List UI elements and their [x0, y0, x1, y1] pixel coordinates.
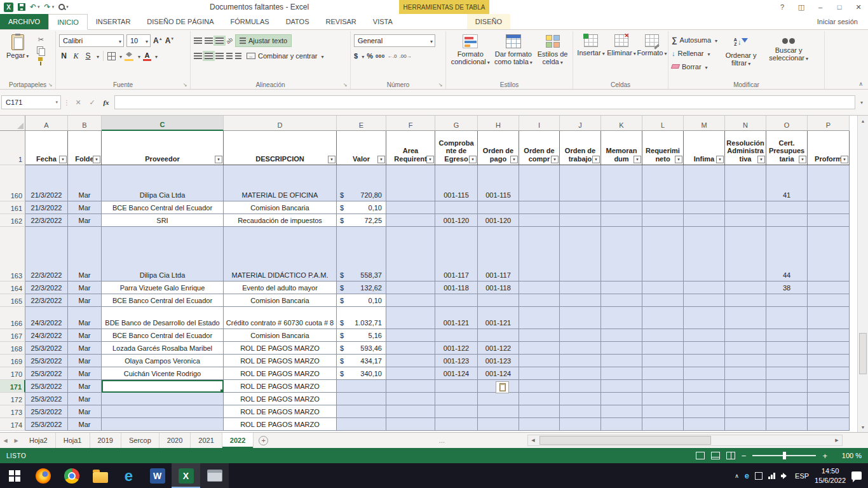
insert-cells-button[interactable]: Insertar [576, 33, 606, 79]
cell-F162[interactable] [386, 214, 435, 227]
alignment-dialog-launcher[interactable]: ↘ [342, 81, 348, 88]
merge-center-button[interactable]: ↔ Combinar y centrar [244, 50, 327, 62]
cell-J162[interactable] [560, 214, 601, 227]
cell-N168[interactable] [725, 342, 766, 355]
sheet-nav-left-icon[interactable]: ◀ [0, 438, 11, 444]
cell-L167[interactable] [642, 329, 684, 342]
cell-P166[interactable] [808, 307, 850, 329]
cell-B172[interactable]: Mar [68, 393, 102, 405]
cell-J172[interactable] [560, 393, 601, 405]
filter-icon[interactable]: ▼ [841, 156, 848, 163]
find-dropdown-icon[interactable] [804, 54, 808, 62]
cell-G164[interactable]: 001-118 [435, 281, 478, 294]
column-header-E[interactable]: E [337, 116, 386, 131]
cell-F161[interactable] [386, 201, 435, 214]
new-sheet-button[interactable]: + [259, 436, 268, 445]
cell-I163[interactable] [519, 227, 560, 281]
increase-indent-icon[interactable] [235, 53, 241, 59]
row-header-164[interactable]: 164 [0, 281, 25, 294]
minimize-button[interactable]: – [811, 0, 830, 14]
cell-E163[interactable]: $558,37 [337, 227, 386, 281]
vertical-scroll-thumb[interactable] [859, 333, 867, 374]
cell-L166[interactable] [642, 307, 684, 329]
cell-K167[interactable] [601, 329, 642, 342]
cell-J171[interactable] [560, 380, 601, 393]
cell-M163[interactable] [684, 227, 725, 281]
cell-B167[interactable]: Mar [68, 329, 102, 342]
percent-style-icon[interactable]: % [367, 52, 373, 60]
cell-N170[interactable] [725, 367, 766, 380]
cell-C165[interactable]: BCE Banco Central del Ecuador [102, 294, 224, 307]
tab-datos[interactable]: DATOS [278, 14, 318, 29]
column-header-J[interactable]: J [560, 116, 601, 131]
cell-C173[interactable] [102, 405, 224, 418]
sheet-tab-2021[interactable]: 2021 [191, 433, 222, 448]
cell-H174[interactable] [478, 418, 519, 431]
cell-I169[interactable] [519, 355, 560, 367]
clear-dropdown-icon[interactable] [704, 63, 708, 71]
cell-K169[interactable] [601, 355, 642, 367]
cell-H169[interactable]: 001-123 [478, 355, 519, 367]
cell-M170[interactable] [684, 367, 725, 380]
cell-E164[interactable]: $132,62 [337, 281, 386, 294]
row-header-174[interactable]: 174 [0, 418, 25, 431]
redo-dropdown-icon[interactable]: ▾ [52, 4, 55, 10]
row-header-173[interactable]: 173 [0, 405, 25, 418]
network-icon[interactable] [768, 472, 775, 479]
cell-L172[interactable] [642, 393, 684, 405]
header-cell-M[interactable]: Infima▼ [684, 131, 725, 165]
cell-A160[interactable]: 21/3/2022 [25, 165, 68, 201]
cell-F160[interactable] [386, 165, 435, 201]
cell-M160[interactable] [684, 165, 725, 201]
cell-H165[interactable] [478, 294, 519, 307]
cell-L171[interactable] [642, 380, 684, 393]
cell-C171[interactable] [102, 380, 224, 393]
fill-button[interactable]: ↓Rellenar [672, 47, 717, 59]
autosum-button[interactable]: ∑Autosuma [672, 34, 717, 46]
cell-J160[interactable] [560, 165, 601, 201]
cell-G163[interactable]: 001-117 [435, 227, 478, 281]
cell-E166[interactable]: $1.032,71 [337, 307, 386, 329]
taskbar-word[interactable]: W [143, 463, 172, 488]
borders-icon[interactable] [107, 52, 116, 60]
cell-O167[interactable] [766, 329, 808, 342]
cell-E167[interactable]: $5,16 [337, 329, 386, 342]
sign-in-link[interactable]: Iniciar sesión [817, 14, 868, 29]
cell-D167[interactable]: Comision Bancaria [224, 329, 337, 342]
cell-H168[interactable]: 001-122 [478, 342, 519, 355]
paste-dropdown-icon[interactable] [25, 51, 29, 59]
horizontal-scrollbar[interactable]: ◀ ▶ [527, 435, 843, 446]
cell-M173[interactable] [684, 405, 725, 418]
row-header-170[interactable]: 170 [0, 367, 25, 380]
cell-A173[interactable]: 25/3/2022 [25, 405, 68, 418]
cell-E174[interactable] [337, 418, 386, 431]
column-header-L[interactable]: L [642, 116, 684, 131]
cell-E162[interactable]: $72,25 [337, 214, 386, 227]
header-cell-G[interactable]: Comproba nte de Egreso▼ [435, 131, 478, 165]
filter-icon[interactable]: ▼ [592, 156, 600, 163]
cell-B161[interactable]: Mar [68, 201, 102, 214]
cell-N161[interactable] [725, 201, 766, 214]
cell-P167[interactable] [808, 329, 850, 342]
cell-O173[interactable] [766, 405, 808, 418]
column-header-N[interactable]: N [725, 116, 766, 131]
cell-O174[interactable] [766, 418, 808, 431]
cell-F172[interactable] [386, 393, 435, 405]
font-dialog-launcher[interactable]: ↘ [182, 81, 188, 88]
filter-icon[interactable]: ▼ [634, 156, 641, 163]
cell-C174[interactable] [102, 418, 224, 431]
tab-diseño-de-página[interactable]: DISEÑO DE PÁGINA [139, 14, 222, 29]
cell-E173[interactable] [337, 405, 386, 418]
align-bottom-icon[interactable] [215, 37, 224, 44]
number-format-select[interactable]: General [354, 34, 435, 47]
cell-I161[interactable] [519, 201, 560, 214]
cell-A171[interactable]: 25/3/2022 [25, 380, 68, 393]
vertical-scrollbar[interactable]: ▲ ▼ [857, 116, 868, 432]
cell-B169[interactable]: Mar [68, 355, 102, 367]
italic-button[interactable]: K [71, 51, 81, 61]
row-header-1[interactable]: 1 [0, 131, 25, 165]
cell-J169[interactable] [560, 355, 601, 367]
cell-D172[interactable]: ROL DE PAGOS MARZO [224, 393, 337, 405]
cell-H170[interactable]: 001-124 [478, 367, 519, 380]
redo-icon[interactable]: ↷ [44, 3, 51, 11]
